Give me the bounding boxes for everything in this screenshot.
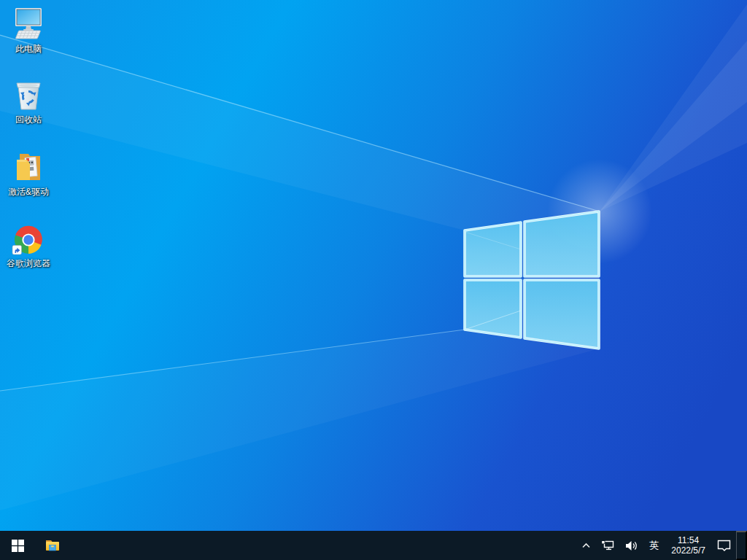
ethernet-network-icon	[601, 540, 615, 551]
network-tray-button[interactable]	[596, 531, 620, 560]
recycle-bin-icon	[11, 77, 46, 112]
shortcut-arrow-overlay	[12, 246, 22, 255]
taskbar: 英 11:54 2022/5/7	[0, 531, 747, 560]
this-pc-icon	[11, 7, 46, 42]
tray-date: 2022/5/7	[671, 545, 705, 556]
windows-start-icon	[12, 540, 24, 552]
folder-icon	[11, 149, 46, 184]
action-center-button[interactable]	[712, 531, 736, 560]
desktop-icon-label: 谷歌浏览器	[7, 258, 50, 268]
speaker-icon	[625, 540, 638, 551]
desktop-icon-recycle-bin[interactable]: 回收站	[1, 77, 56, 125]
desktop-icon-label: 回收站	[15, 114, 42, 125]
clock-tray-button[interactable]: 11:54 2022/5/7	[665, 531, 712, 560]
desktop-icon-this-pc[interactable]: 此电脑	[1, 7, 56, 54]
language-indicator-label: 英	[649, 539, 659, 552]
tray-time: 11:54	[678, 535, 699, 545]
language-indicator-button[interactable]: 英	[643, 531, 665, 560]
system-tray: 英 11:54 2022/5/7	[576, 531, 747, 560]
chevron-up-icon	[581, 542, 591, 549]
show-desktop-button[interactable]	[736, 531, 747, 560]
desktop-icon-grid: 此电脑	[0, 0, 58, 531]
file-explorer-taskbar-button[interactable]	[35, 531, 70, 560]
start-button[interactable]	[0, 531, 35, 560]
taskbar-empty-area[interactable]	[70, 531, 576, 560]
chrome-icon	[11, 221, 46, 256]
file-explorer-icon	[44, 538, 61, 553]
desktop-icon-activation-drivers[interactable]: 激活&驱动	[1, 149, 56, 197]
action-center-icon	[717, 540, 731, 552]
desktop-icon-label: 此电脑	[15, 44, 42, 54]
show-hidden-icons-button[interactable]	[576, 531, 596, 560]
desktop-icon-google-chrome[interactable]: 谷歌浏览器	[1, 221, 56, 268]
wallpaper-windows-logo	[0, 0, 747, 560]
volume-tray-button[interactable]	[620, 531, 643, 560]
desktop[interactable]: 此电脑	[0, 0, 747, 560]
desktop-icon-label: 激活&驱动	[8, 187, 49, 197]
